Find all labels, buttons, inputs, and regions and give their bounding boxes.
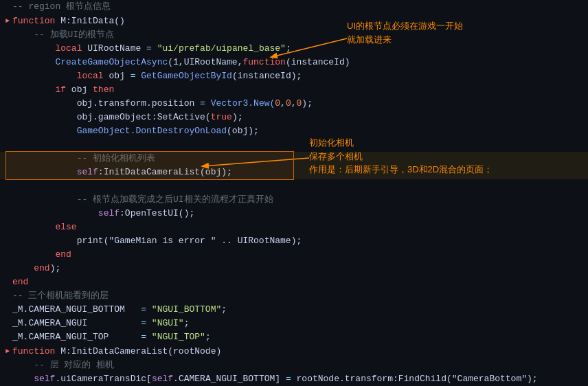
code-line <box>0 179 588 193</box>
code-token: :OpenTestUI(); <box>120 208 194 218</box>
line-arrow-indicator <box>3 262 12 275</box>
code-token: local <box>77 71 104 81</box>
code-token: "NGUI_BOTTOM" <box>146 304 221 315</box>
line-arrow-indicator <box>3 83 12 97</box>
code-token: = <box>141 304 146 315</box>
code-token: 根节点信息 <box>66 1 111 12</box>
code-token: ; <box>205 332 211 342</box>
code-line: end <box>0 248 588 262</box>
code-line: end <box>0 275 588 289</box>
line-arrow-indicator <box>3 0 12 14</box>
line-code: local UIRootName = "ui/prefab/uipanel_ba… <box>12 42 588 56</box>
line-code: -- 加载UI的根节点 <box>12 28 588 42</box>
code-token: self <box>152 374 173 384</box>
code-token: M:InitDataCameraList(rootNode) <box>55 346 221 356</box>
code-token: else <box>55 222 76 232</box>
line-code: -- 层 对应的 相机 <box>12 359 588 372</box>
line-arrow-indicator <box>3 317 12 330</box>
code-token: end <box>55 249 71 260</box>
code-line: else <box>0 220 588 234</box>
code-token: "NGUI_TOP" <box>146 332 205 342</box>
code-line: print("GameMian is error " .. UIRootName… <box>0 234 588 248</box>
code-content: -- region 根节点信息►function M:InitData() --… <box>0 0 588 386</box>
line-arrow-indicator <box>3 193 12 207</box>
code-line: CreateGameObjectAsync(1,UIRootName,funct… <box>0 56 588 69</box>
code-token: if <box>55 84 66 95</box>
code-token: = <box>286 374 291 384</box>
line-arrow-indicator <box>3 248 12 262</box>
code-token: ) <box>345 57 350 67</box>
code-line: _M.CAMERA_NGUI_TOP = "NGUI_TOP"; <box>0 330 588 344</box>
code-token: (instanceId); <box>232 71 302 81</box>
line-arrow-indicator <box>3 69 12 83</box>
code-token: obj <box>104 71 131 81</box>
code-line: _M.CAMERA_NGUI = "NGUI"; <box>0 317 588 330</box>
code-token: function <box>12 16 55 26</box>
code-token: 0 <box>286 98 291 109</box>
code-token: 0 <box>275 98 280 109</box>
line-arrow-indicator <box>3 124 12 138</box>
code-line: -- region 根节点信息 <box>0 0 588 14</box>
line-arrow-indicator <box>3 303 12 317</box>
code-token: ); <box>232 112 243 122</box>
code-token: ); <box>50 263 61 273</box>
code-token: "NGUI" <box>146 318 184 328</box>
line-code: end <box>12 248 588 262</box>
line-arrow-indicator: ► <box>3 344 12 359</box>
line-code: GameObject.DontDestroyOnLoad(obj); <box>12 124 588 138</box>
code-token: rootNode.transform:FindChild("CameraBott… <box>291 374 538 384</box>
code-line: self:OpenTestUI(); <box>0 207 588 220</box>
code-token: ; <box>184 318 190 328</box>
code-token: Vector3.New( <box>205 98 275 109</box>
code-line: ►function M:InitData() <box>0 14 588 28</box>
code-token: CreateGameObjectAsync <box>55 57 168 67</box>
code-token: obj <box>66 84 93 95</box>
line-code: _M.CAMERA_NGUI = "NGUI"; <box>12 317 588 330</box>
line-code: CreateGameObjectAsync(1,UIRootName,funct… <box>12 56 588 69</box>
line-arrow-indicator <box>3 359 12 372</box>
code-token: = <box>141 318 146 328</box>
code-token: then <box>93 84 114 95</box>
code-line: local UIRootName = "ui/prefab/uipanel_ba… <box>0 42 588 56</box>
code-token: -- 层 对应的 相机 <box>34 360 114 370</box>
code-line: end); <box>0 262 588 275</box>
line-arrow-indicator <box>3 97 12 111</box>
code-token: .uiCameraTransDic[ <box>55 374 151 384</box>
code-token: -- 三个相机能看到的层 <box>12 291 109 301</box>
code-line: local obj = GetGameObjectById(instanceId… <box>0 69 588 83</box>
code-token: , <box>280 98 286 109</box>
code-token: ; <box>221 304 227 315</box>
code-line: -- 三个相机能看到的层 <box>0 289 588 303</box>
line-arrow-indicator: ► <box>3 14 12 28</box>
code-line: obj.gameObject:SetActive(true); <box>0 111 588 124</box>
line-arrow-indicator <box>3 220 12 234</box>
code-token: ; <box>286 43 291 54</box>
code-token: end <box>34 263 49 273</box>
code-line: if obj then <box>0 83 588 97</box>
line-arrow-indicator <box>3 372 12 386</box>
code-line: self.uiCameraTransDic[self.CAMERA_NGUI_B… <box>0 372 588 386</box>
code-token: M:InitData() <box>55 16 124 26</box>
camera-list-highlight-box <box>5 151 294 180</box>
code-token: (1,UIRootName, <box>168 57 242 67</box>
line-arrow-indicator <box>3 56 12 69</box>
code-token: instanceId <box>291 57 345 67</box>
line-code: -- region 根节点信息 <box>12 0 588 14</box>
line-code: function M:InitDataCameraList(rootNode) <box>12 345 588 359</box>
line-code: end); <box>12 262 588 275</box>
code-token: true <box>211 112 232 122</box>
line-code: function M:InitData() <box>12 14 588 28</box>
line-arrow-indicator <box>3 207 12 220</box>
code-token: self <box>98 208 120 218</box>
code-editor: -- region 根节点信息►function M:InitData() --… <box>0 0 588 386</box>
code-token: = <box>200 98 205 109</box>
code-token: GetGameObjectById <box>135 71 231 81</box>
line-code: end <box>12 275 588 289</box>
line-arrow-indicator <box>3 275 12 289</box>
line-arrow-indicator <box>3 330 12 344</box>
line-code: _M.CAMERA_NGUI_BOTTOM = "NGUI_BOTTOM"; <box>12 303 588 317</box>
code-token: function <box>12 346 55 356</box>
line-code: _M.CAMERA_NGUI_TOP = "NGUI_TOP"; <box>12 330 588 344</box>
line-arrow-indicator <box>3 111 12 124</box>
line-code: self.uiCameraTransDic[self.CAMERA_NGUI_B… <box>12 372 588 386</box>
